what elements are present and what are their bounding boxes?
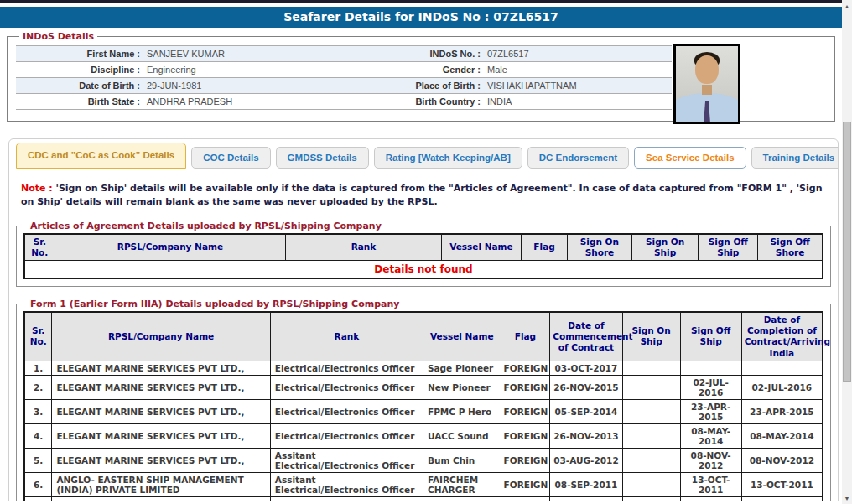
field-value: VISHAKHAPATTNAM [487,78,672,93]
form1-section: Form 1 (Earlier Form IIIA) Details uploa… [16,299,831,501]
table-cell: 26-NOV-2015 [550,375,622,399]
note-prefix: Note : [21,183,56,194]
table-cell [622,496,680,501]
table-cell: 03-OCT-2017 [550,361,622,375]
table-cell: ELEGANT MARINE SERVICES PVT LTD., [52,448,270,472]
scrollbar-thumb[interactable] [843,122,851,382]
field-label: Place of Birth : [405,78,481,93]
field-value: ANDHRA PRADESH [147,94,398,109]
table-cell [741,361,823,375]
tab-coc-details[interactable]: COC Details [191,147,270,169]
table-cell: Bum Chin [423,448,501,472]
tab-gmdss-details[interactable]: GMDSS Details [276,147,369,169]
field-value: 07ZL6517 [487,46,672,61]
field-value: Male [487,62,672,77]
table-cell: FPMC P Hero [423,399,501,423]
table-cell [622,375,680,399]
table-cell: FOREIGN [501,361,550,375]
table-cell: FOREIGN [501,399,550,423]
table-cell: 6. [24,472,52,496]
table-cell: Assitant Electrical/Electronics Officer [270,472,423,496]
field-label: First Name : [16,46,140,61]
table-cell: 29-MAR-2010 [550,496,622,501]
indos-details-legend: INDoS Details [19,31,97,42]
field-value: SANJEEV KUMAR [147,46,398,61]
header-cell: RPSL/Company Name [55,234,286,261]
tab-dc-endorsement[interactable]: DC Endorsement [527,147,629,169]
table-cell: ELEGANT MARINE SERVICES PVT LTD., [52,361,270,375]
table-cell: 08-MAY-2014 [680,423,741,448]
indos-fields: First Name : SANJEEV KUMAR INDoS No. : 0… [16,45,672,110]
header-cell: Flag [501,312,550,361]
field-value: Engineering [147,62,398,77]
page: Seafarer Details for INDoS No : 07ZL6517… [0,0,852,501]
scroll-up-icon[interactable]: ▲ [842,3,852,9]
header-cell: Rank [286,234,441,261]
table-cell: ELEGANT MARINE SERVICES PVT LTD., [52,399,270,423]
header-cell: Flag [522,234,568,261]
tab-rating-watch-keeping-ab[interactable]: Rating [Watch Keeping/AB] [374,147,522,169]
table-cell: Electrical/Electronics Officer [270,399,423,423]
field-value: 29-JUN-1981 [147,78,398,93]
header-cell: Sign On Shore [567,234,631,261]
table-cell: 13-OCT-2011 [680,472,741,496]
header-cell: Vessel Name [441,234,522,261]
tab-bar: CDC and "CoC as Cook" Details COC Detail… [9,139,838,169]
header-cell: RPSL/Company Name [52,312,270,361]
field-label: Discipline : [16,62,140,77]
header-cell: Date of Completion of Contract/Arriving … [741,312,823,361]
table-cell: 13-OCT-2011 [741,472,823,496]
field-value: INDIA [487,94,672,109]
table-cell: GIOVANNA IULIANO [423,496,501,501]
table-cell: 2. [24,375,52,399]
table-cell: FOREIGN [501,375,550,399]
field-label: Birth Country : [405,94,481,109]
page-title: Seafarer Details for INDoS No : 07ZL6517 [0,7,842,28]
table-cell: New Pioneer [423,375,501,399]
table-cell [622,472,680,496]
header-cell: Sr. No. [24,234,55,261]
table-row: 2. ELEGANT MARINE SERVICES PVT LTD., Ele… [24,375,823,399]
table-cell: ELEGANT MARINE SERVICES PVT LTD., [52,423,270,448]
header-cell: Sign Off Ship [680,312,741,361]
table-cell: 30-DEC-2010 [680,496,741,501]
table-cell: 08-SEP-2011 [550,472,622,496]
table-row: 3. ELEGANT MARINE SERVICES PVT LTD., Ele… [24,399,823,423]
header-cell: Sr. No. [24,312,52,361]
table-row: 1. ELEGANT MARINE SERVICES PVT LTD., Ele… [24,361,823,375]
table-cell: V. SHIPS INDIA PVT. LTD. [52,496,270,501]
empty-message: Details not found [24,261,823,279]
form1-table: Sr. No. RPSL/Company Name Rank Vessel Na… [23,311,823,501]
indos-row: Discipline : Engineering Gender : Male [16,62,672,78]
table-cell: 26-NOV-2013 [550,423,622,448]
top-divider [0,0,842,3]
articles-legend: Articles of Agreement Details uploaded b… [27,221,385,231]
table-cell: FOREIGN [501,496,550,501]
articles-of-agreement-section: Articles of Agreement Details uploaded b… [16,221,831,287]
scroll-down-icon[interactable]: ▼ [842,496,852,501]
field-label: Date of Birth : [16,78,140,93]
table-cell [622,399,680,423]
form1-legend: Form 1 (Earlier Form IIIA) Details uploa… [27,299,403,309]
photo-neck [702,85,712,95]
field-label: INDoS No. : [405,46,481,61]
vertical-scrollbar[interactable]: ▲ ▼ [842,0,852,504]
tab-cdc-coc-cook-details[interactable]: CDC and "CoC as Cook" Details [16,143,186,169]
header-cell: Sign On Ship [632,234,699,261]
tab-content-panel: CDC and "CoC as Cook" Details COC Detail… [8,138,839,501]
table-cell: 03-AUG-2012 [550,448,622,472]
tab-sea-service-details[interactable]: Sea Service Details [634,147,746,169]
table-cell: 5. [24,448,52,472]
empty-row: Details not found [24,261,823,279]
table-cell: 23-APR-2015 [741,399,823,423]
tab-training-details[interactable]: Training Details [751,147,839,169]
table-header-row: Sr. No. RPSL/Company Name Rank Vessel Na… [24,312,823,361]
table-cell [680,361,741,375]
photo-face [695,55,719,84]
table-cell: Sage Pioneer [423,361,501,375]
table-header-row: Sr. No. RPSL/Company Name Rank Vessel Na… [24,234,823,261]
table-cell: 08-NOV-2012 [680,448,741,472]
header-cell: Rank [270,312,423,361]
table-cell: 08-MAY-2014 [741,423,823,448]
table-cell: 08-NOV-2012 [741,448,823,472]
